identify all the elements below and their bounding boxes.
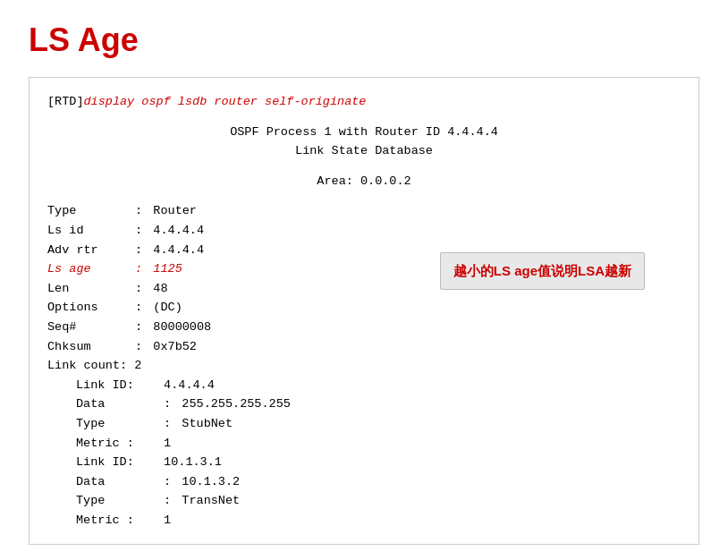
- link1-id-value: 4.4.4.4: [164, 378, 215, 392]
- chksum-field: Chksum : 0x7b52: [47, 337, 681, 357]
- link-count-value: 2: [134, 359, 141, 372]
- terminal-box: [RTD]display ospf lsdb router self-origi…: [29, 77, 699, 545]
- chksum-value: 0x7b52: [153, 340, 197, 353]
- area-line: Area: 0.0.0.2: [47, 172, 681, 191]
- ls-id-label: Ls id: [47, 221, 128, 241]
- link1-data-label: Data: [76, 395, 157, 414]
- len-label: Len: [47, 279, 128, 299]
- link-1-block: Link ID: 4.4.4.4 Data : 255.255.255.255 …: [47, 376, 681, 453]
- link-count-field: Link count: 2: [47, 356, 681, 376]
- link1-metric-field: Metric : 1: [76, 434, 681, 454]
- link2-type-label: Type: [76, 491, 157, 511]
- tooltip-box: 越小的LS age值说明LSA越新: [440, 252, 645, 290]
- link2-metric-value: 1: [164, 513, 171, 527]
- link1-metric-label: Metric :: [76, 434, 157, 454]
- fields-block: Type : Router Ls id : 4.4.4.4 Adv rtr : …: [47, 201, 681, 530]
- link1-type-field: Type : StubNet: [76, 414, 681, 434]
- type-value: Router: [153, 204, 197, 217]
- link1-id-field: Link ID: 4.4.4.4: [76, 376, 681, 395]
- type-field: Type : Router: [47, 201, 681, 221]
- link2-data-field: Data : 10.1.3.2: [76, 472, 681, 492]
- chksum-label: Chksum: [47, 337, 128, 357]
- ls-age-label: Ls age: [47, 259, 128, 279]
- header-line1: OSPF Process 1 with Router ID 4.4.4.4: [47, 123, 681, 142]
- command-text: display ospf lsdb router self-originate: [84, 95, 367, 108]
- link2-metric-label: Metric :: [76, 511, 157, 530]
- link1-data-value: 255.255.255.255: [182, 397, 291, 411]
- ls-id-field: Ls id : 4.4.4.4: [47, 221, 681, 241]
- options-label: Options: [47, 298, 128, 318]
- type-label: Type: [47, 201, 128, 221]
- options-field: Options : (DC): [47, 298, 681, 318]
- header-line2: Link State Database: [47, 141, 681, 161]
- options-value: (DC): [153, 301, 182, 314]
- link2-id-field: Link ID: 10.1.3.1: [76, 453, 681, 472]
- seq-value: 80000008: [153, 320, 211, 334]
- header-block: OSPF Process 1 with Router ID 4.4.4.4 Li…: [47, 123, 681, 161]
- seq-field: Seq# : 80000008: [47, 318, 681, 337]
- link-count-label: Link count:: [47, 359, 127, 372]
- adv-rtr-label: Adv rtr: [47, 241, 128, 260]
- link2-data-value: 10.1.3.2: [182, 475, 240, 488]
- link2-metric-field: Metric : 1: [76, 511, 681, 530]
- adv-rtr-value: 4.4.4.4: [153, 243, 204, 257]
- link1-id-label: Link ID:: [76, 376, 157, 395]
- link1-data-field: Data : 255.255.255.255: [76, 395, 681, 414]
- link2-data-label: Data: [76, 472, 157, 492]
- page-title: LS Age: [29, 21, 699, 59]
- ls-age-value: 1125: [153, 262, 182, 276]
- link1-type-label: Type: [76, 414, 157, 434]
- command-line: [RTD]display ospf lsdb router self-origi…: [47, 92, 681, 112]
- link-2-block: Link ID: 10.1.3.1 Data : 10.1.3.2 Type :…: [47, 453, 681, 530]
- link2-type-field: Type : TransNet: [76, 491, 681, 511]
- link2-id-label: Link ID:: [76, 453, 157, 472]
- len-value: 48: [153, 282, 167, 295]
- seq-label: Seq#: [47, 318, 128, 337]
- link2-type-value: TransNet: [182, 494, 240, 507]
- link1-type-value: StubNet: [182, 417, 233, 430]
- ls-id-value: 4.4.4.4: [153, 224, 204, 237]
- link1-metric-value: 1: [164, 437, 171, 450]
- link2-id-value: 10.1.3.1: [164, 455, 222, 469]
- prompt: [RTD]: [47, 95, 84, 108]
